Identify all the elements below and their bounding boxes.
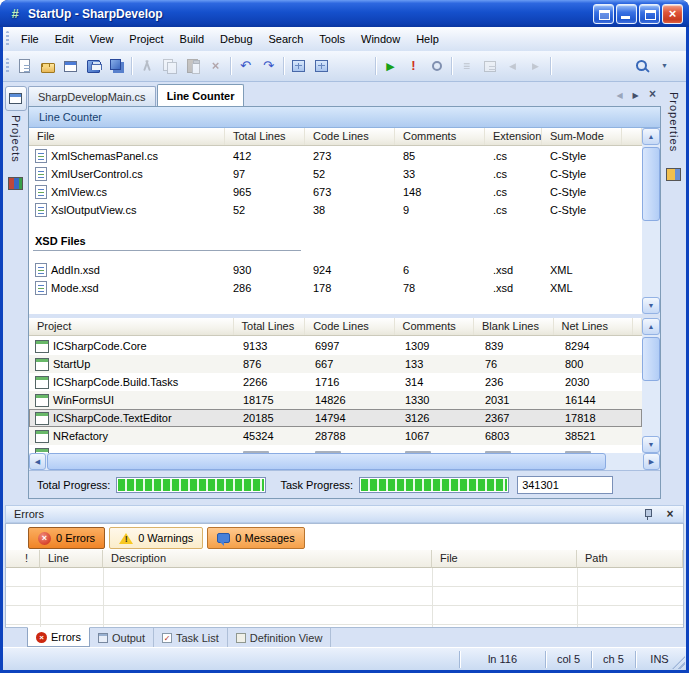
menu-item-debug[interactable]: Debug (212, 30, 260, 48)
tab-scroll-left-icon[interactable]: ◀ (612, 88, 627, 103)
table-row[interactable]: ICSharpCode.TextEditor201851479431262367… (29, 409, 642, 427)
projects-pad-button[interactable] (5, 86, 27, 111)
copy-button[interactable] (158, 55, 181, 77)
bottom-tab-task-list[interactable]: ✓Task List (154, 628, 228, 647)
scroll-down-button[interactable]: ▼ (642, 436, 660, 453)
toolbar-gripper[interactable] (6, 31, 9, 47)
bookmark-button[interactable]: ≡ (455, 55, 478, 77)
projects-column-comments[interactable]: Comments (395, 318, 474, 335)
menu-item-window[interactable]: Window (353, 30, 408, 48)
redo-button[interactable]: ↷ (257, 55, 280, 77)
tab-scroll-right-icon[interactable]: ▶ (628, 88, 643, 103)
errors-column-file[interactable]: File (432, 550, 577, 568)
toolbar-gripper[interactable] (6, 58, 9, 74)
horizontal-scrollbar[interactable]: ◀▶ (29, 453, 660, 470)
close-button[interactable]: × (662, 4, 683, 24)
files-column-comments[interactable]: Comments (395, 128, 485, 145)
scroll-thumb[interactable] (642, 147, 660, 221)
open-file-button[interactable] (36, 55, 59, 77)
errors-column-description[interactable]: Description (103, 550, 432, 568)
menu-item-help[interactable]: Help (408, 30, 447, 48)
warnings-toggle-button[interactable]: 0 Warnings (109, 527, 203, 549)
panel-close-icon[interactable]: × (663, 507, 677, 521)
bottom-tab-errors[interactable]: ×Errors (27, 627, 90, 647)
dropdown-arrow-button[interactable]: ▼ (653, 55, 676, 77)
table-row[interactable]: Mode.xsd28617878.xsdXML (29, 279, 642, 297)
properties-pad-label[interactable]: Properties (668, 92, 680, 152)
files-column-file[interactable]: File (29, 128, 225, 145)
files-column-extension[interactable]: Extension (485, 128, 542, 145)
minimize-button[interactable] (616, 4, 637, 24)
messages-toggle-button[interactable]: 0 Messages (207, 527, 304, 549)
breakpoint-button[interactable] (425, 55, 448, 77)
projects-column-blank-lines[interactable]: Blank Lines (474, 318, 553, 335)
paste-button[interactable] (181, 55, 204, 77)
projects-column-net-lines[interactable]: Net Lines (554, 318, 633, 335)
scroll-thumb[interactable] (47, 453, 606, 470)
bottom-tab-definition-view[interactable]: Definition View (228, 628, 332, 647)
files-column-code-lines[interactable]: Code Lines (305, 128, 395, 145)
tab-sharpdevelopmain-cs[interactable]: SharpDevelopMain.cs (28, 86, 156, 106)
errors-column-path[interactable]: Path (577, 550, 683, 568)
table-row[interactable]: WinFormsUI18175148261330203116144 (29, 391, 642, 409)
properties-pad-icon[interactable] (666, 168, 681, 181)
cut-button[interactable] (135, 55, 158, 77)
run-button[interactable]: ▶ (379, 55, 402, 77)
errors-column-severity[interactable]: ! (6, 550, 40, 568)
table-row[interactable]: XmlUserControl.cs975233.csC-Style (29, 165, 642, 183)
comment-button[interactable] (478, 55, 501, 77)
bottom-tab-output[interactable]: Output (90, 628, 154, 647)
scroll-up-button[interactable]: ▲ (642, 318, 660, 335)
table-row[interactable]: ICSharpCode.Build.Tasks22661716314236203… (29, 373, 642, 391)
menu-item-project[interactable]: Project (121, 30, 171, 48)
files-scrollbar[interactable]: ▲▼ (642, 128, 660, 314)
menu-item-build[interactable]: Build (172, 30, 212, 48)
open-solution-button[interactable] (59, 55, 82, 77)
search-button[interactable] (630, 55, 653, 77)
build-all-button[interactable] (310, 55, 333, 77)
projects-column-total-lines[interactable]: Total Lines (234, 318, 306, 335)
table-row[interactable]: XmlSchemasPanel.cs41227385.csC-Style (29, 147, 642, 165)
save-all-button[interactable] (105, 55, 128, 77)
scroll-left-button[interactable]: ◀ (29, 453, 46, 470)
new-file-button[interactable] (13, 55, 36, 77)
table-row[interactable]: XslOutputView.cs52389.csC-Style (29, 201, 642, 219)
window-menu-button[interactable] (593, 4, 614, 24)
maximize-button[interactable] (639, 4, 660, 24)
prev-bookmark-button[interactable]: ◀ (501, 55, 524, 77)
table-row[interactable]: NRefactory45324287881067680338521 (29, 427, 642, 445)
next-bookmark-button[interactable]: ▶ (524, 55, 547, 77)
table-row[interactable]: AddIn.xsd9309246.xsdXML (29, 261, 642, 279)
menu-item-search[interactable]: Search (261, 30, 312, 48)
table-row[interactable]: ICSharpCode.Core9133699713098398294 (29, 337, 642, 355)
classes-pad-icon[interactable] (8, 177, 23, 190)
table-row[interactable]: XmlView.cs965673148.csC-Style (29, 183, 642, 201)
projects-column-code-lines[interactable]: Code Lines (305, 318, 394, 335)
value-cell: 2367 (477, 409, 557, 427)
undo-button[interactable]: ↶ (234, 55, 257, 77)
tab-close-icon[interactable]: × (645, 87, 660, 102)
tab-line-counter[interactable]: Line Counter (157, 84, 245, 106)
scroll-up-button[interactable]: ▲ (642, 128, 660, 145)
scroll-right-button[interactable]: ▶ (643, 453, 660, 470)
scroll-down-button[interactable]: ▼ (642, 297, 660, 314)
table-row[interactable]: StartUp87666713376800 (29, 355, 642, 373)
projects-column-project[interactable]: Project (29, 318, 234, 335)
build-button[interactable] (287, 55, 310, 77)
files-column-sum-mode[interactable]: Sum-Mode (542, 128, 622, 145)
menu-item-file[interactable]: File (13, 30, 47, 48)
scroll-thumb[interactable] (642, 337, 660, 381)
menu-item-view[interactable]: View (82, 30, 122, 48)
menu-item-tools[interactable]: Tools (311, 30, 353, 48)
save-file-button[interactable] (82, 55, 105, 77)
delete-button[interactable]: × (204, 55, 227, 77)
pin-icon[interactable] (643, 508, 653, 520)
files-column-total-lines[interactable]: Total Lines (225, 128, 305, 145)
menu-item-edit[interactable]: Edit (47, 30, 82, 48)
projects-pad-label[interactable]: Projects (10, 115, 22, 163)
projects-scrollbar[interactable]: ▲▼ (642, 318, 660, 453)
table-row-partial[interactable] (29, 445, 642, 453)
errors-toggle-button[interactable]: ×0 Errors (28, 527, 105, 549)
stop-button[interactable]: ! (402, 55, 425, 77)
errors-column-line[interactable]: Line (40, 550, 103, 568)
